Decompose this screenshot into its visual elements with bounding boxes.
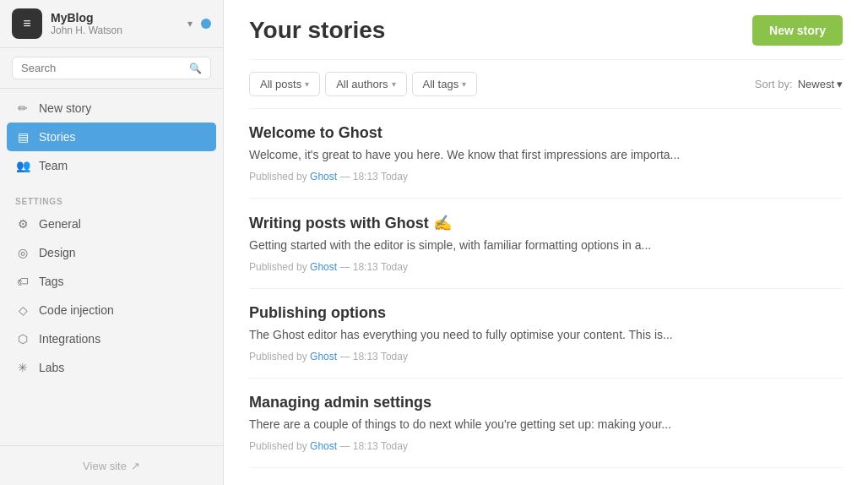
meta-published: Published: [249, 351, 296, 362]
status-dot: [201, 19, 211, 29]
story-title: Publishing options: [249, 304, 843, 322]
sidebar-item-label: Stories: [39, 130, 76, 144]
gear-icon: ⚙: [15, 217, 30, 231]
story-title: Managing admin settings: [249, 394, 843, 411]
nav-section: ✏ New story ▤ Stories 👥 Team: [0, 89, 223, 185]
settings-section: SETTINGS ⚙ General ◎ Design 🏷 Tags ◇ Cod…: [0, 185, 223, 387]
page-title: Your stories: [249, 17, 385, 44]
sidebar-item-label: Tags: [39, 275, 64, 288]
story-title: Writing posts with Ghost ✍️: [249, 214, 843, 232]
sort-label: Sort by:: [755, 78, 793, 90]
sort-section: Sort by: Newest ▾: [755, 78, 843, 90]
stories-icon: ▤: [15, 130, 30, 144]
sidebar-item-label: New story: [39, 101, 91, 115]
story-item[interactable]: Writing posts with Ghost ✍️Getting start…: [249, 199, 843, 289]
integrations-icon: ⬡: [15, 332, 30, 346]
labs-icon: ✳: [15, 361, 30, 374]
chevron-down-icon: ▾: [392, 79, 396, 89]
view-site-link[interactable]: View site ↗: [83, 460, 140, 472]
story-excerpt: There are a couple of things to do next …: [249, 416, 843, 433]
story-item[interactable]: Managing admin settingsThere are a coupl…: [249, 379, 843, 468]
sort-value[interactable]: Newest ▾: [798, 78, 843, 90]
meta-author: Ghost: [310, 351, 337, 362]
chevron-down-icon: ▾: [305, 79, 309, 89]
story-meta: Published by Ghost — 18:13 Today: [249, 171, 843, 183]
sidebar-item-new-story[interactable]: ✏ New story: [0, 94, 223, 123]
story-item[interactable]: Welcome to GhostWelcome, it's great to h…: [249, 109, 843, 199]
sidebar-item-label: Design: [39, 246, 76, 259]
all-posts-label: All posts: [260, 78, 301, 90]
sidebar-item-label: General: [39, 217, 81, 231]
meta-published: Published: [249, 171, 296, 183]
meta-author: Ghost: [310, 261, 337, 273]
main-content: Your stories New story All posts ▾ All a…: [224, 0, 868, 485]
story-meta: Published by Ghost — 18:13 Today: [249, 440, 843, 452]
story-excerpt: The Ghost editor has everything you need…: [249, 326, 843, 344]
new-story-button[interactable]: New story: [752, 15, 843, 46]
sidebar-item-labs[interactable]: ✳ Labs: [0, 353, 223, 382]
sidebar-footer[interactable]: View site ↗: [0, 445, 223, 485]
meta-published: Published: [249, 440, 296, 452]
all-authors-filter[interactable]: All authors ▾: [325, 72, 406, 96]
meta-published: Published: [249, 261, 296, 273]
all-posts-filter[interactable]: All posts ▾: [249, 72, 320, 96]
search-input[interactable]: [21, 62, 184, 74]
search-container: 🔍: [0, 48, 223, 89]
filters-bar: All posts ▾ All authors ▾ All tags ▾ Sor…: [249, 60, 843, 109]
story-meta: Published by Ghost — 18:13 Today: [249, 261, 843, 273]
story-excerpt: Getting started with the editor is simpl…: [249, 237, 843, 254]
brand-info: MyBlog John H. Watson: [51, 11, 179, 36]
story-item[interactable]: Publishing optionsThe Ghost editor has e…: [249, 289, 843, 379]
team-icon: 👥: [15, 159, 30, 172]
sidebar-item-tags[interactable]: 🏷 Tags: [0, 267, 223, 296]
view-site-label: View site: [83, 460, 127, 472]
sidebar-item-label: Labs: [39, 361, 64, 374]
sidebar-item-label: Integrations: [39, 332, 100, 346]
sidebar: ≡ MyBlog John H. Watson ▾ 🔍 ✏ New story …: [0, 0, 224, 485]
story-excerpt: Welcome, it's great to have you here. We…: [249, 146, 843, 164]
sidebar-item-stories[interactable]: ▤ Stories: [7, 123, 216, 151]
sidebar-item-integrations[interactable]: ⬡ Integrations: [0, 324, 223, 353]
sidebar-item-general[interactable]: ⚙ General: [0, 210, 223, 238]
search-icon: 🔍: [189, 63, 202, 74]
app-icon: ≡: [12, 8, 42, 39]
sidebar-item-label: Team: [39, 159, 68, 172]
sidebar-item-team[interactable]: 👥 Team: [0, 151, 223, 180]
all-tags-label: All tags: [423, 78, 459, 90]
design-icon: ◎: [15, 246, 30, 259]
settings-label: SETTINGS: [0, 190, 223, 210]
story-meta: Published by Ghost — 18:13 Today: [249, 351, 843, 362]
sidebar-item-code-injection[interactable]: ◇ Code injection: [0, 296, 223, 324]
search-wrapper: 🔍: [12, 57, 211, 79]
pencil-icon: ✏: [15, 101, 30, 115]
main-header: Your stories New story: [249, 0, 843, 60]
chevron-down-icon: ▾: [462, 79, 466, 89]
sidebar-item-design[interactable]: ◎ Design: [0, 238, 223, 267]
meta-author: Ghost: [310, 171, 337, 183]
all-authors-label: All authors: [336, 78, 388, 90]
story-list: Welcome to GhostWelcome, it's great to h…: [249, 109, 843, 468]
story-title: Welcome to Ghost: [249, 124, 843, 142]
code-icon: ◇: [15, 303, 30, 317]
chevron-down-icon: ▾: [837, 78, 843, 90]
meta-author: Ghost: [310, 440, 337, 452]
brand-name: MyBlog: [51, 11, 179, 25]
tag-icon: 🏷: [15, 275, 30, 288]
brand-user: John H. Watson: [51, 25, 179, 36]
all-tags-filter[interactable]: All tags ▾: [412, 72, 478, 96]
sidebar-item-label: Code injection: [39, 303, 114, 317]
sidebar-header[interactable]: ≡ MyBlog John H. Watson ▾: [0, 0, 223, 48]
chevron-down-icon[interactable]: ▾: [187, 18, 193, 30]
external-link-icon: ↗: [131, 460, 140, 472]
